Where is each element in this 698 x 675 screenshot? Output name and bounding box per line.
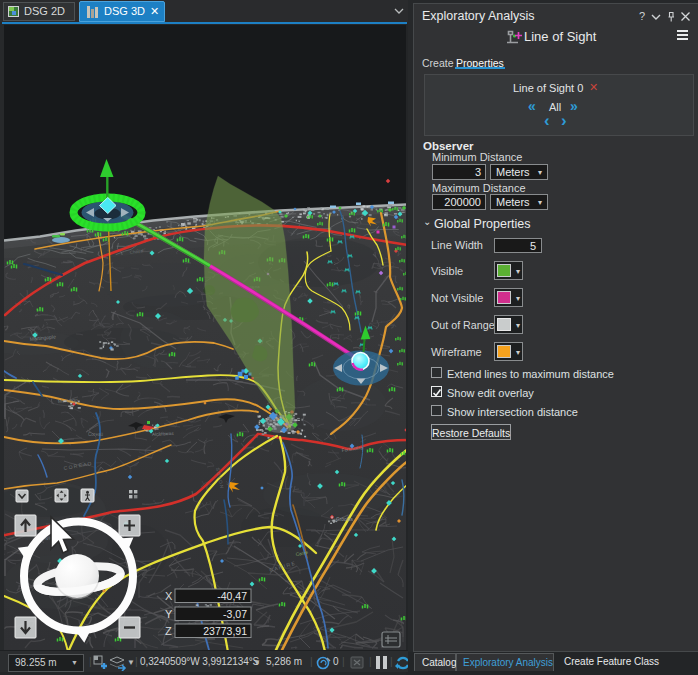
svg-text:Grôolas: Grôolas: [336, 517, 353, 522]
svg-text:Z: Z: [165, 625, 172, 637]
svg-text:-40,47: -40,47: [217, 590, 247, 602]
svg-text:X: X: [165, 590, 173, 602]
svg-text:Coreaú: Coreaú: [88, 432, 104, 437]
svg-text:-3,07: -3,07: [223, 608, 247, 620]
svg-text:Y: Y: [165, 608, 173, 620]
svg-text:23773,91: 23773,91: [203, 625, 247, 637]
